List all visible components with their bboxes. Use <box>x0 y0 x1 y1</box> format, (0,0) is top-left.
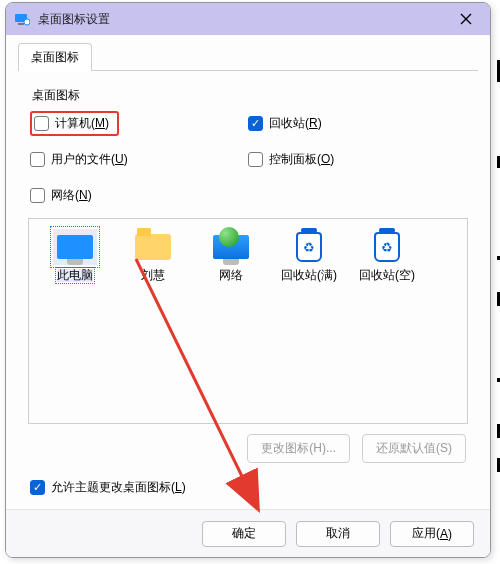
tabstrip: 桌面图标 <box>6 35 490 71</box>
cancel-button[interactable]: 取消 <box>296 521 380 547</box>
preview-item-recycle-empty[interactable]: ♻ 回收站(空) <box>349 227 425 282</box>
icon-button-row: 更改图标(H)... 还原默认值(S) <box>28 424 468 463</box>
checkbox-user-files-label: 用户的文件(U) <box>51 151 128 168</box>
client-area: 桌面图标 桌面图标 计算机(M) 回收站(R) <box>6 35 490 557</box>
checkbox-network-label: 网络(N) <box>51 187 92 204</box>
monitor-icon <box>53 229 97 265</box>
titlebar: 桌面图标设置 <box>6 3 490 35</box>
preview-caption: 刘慧 <box>141 269 165 282</box>
restore-default-button[interactable]: 还原默认值(S) <box>362 434 466 463</box>
svg-point-2 <box>24 19 30 25</box>
preview-caption: 回收站(满) <box>281 269 337 282</box>
recycle-empty-icon: ♻ <box>365 229 409 265</box>
icon-preview-pane[interactable]: 此电脑 刘慧 网络 ♻ 回收站(满) ♻ 回收站(空) <box>28 218 468 424</box>
change-icon-button[interactable]: 更改图标(H)... <box>247 434 350 463</box>
allow-theme-row: 允许主题更改桌面图标(L) <box>28 463 468 496</box>
checkbox-allow-theme[interactable] <box>30 480 45 495</box>
preview-caption: 回收站(空) <box>359 269 415 282</box>
close-button[interactable] <box>446 5 486 33</box>
apply-button[interactable]: 应用(A) <box>390 521 474 547</box>
checkbox-user-files[interactable] <box>30 152 45 167</box>
panel: 桌面图标 计算机(M) 回收站(R) <box>6 71 490 496</box>
folder-icon <box>131 229 175 265</box>
preview-item-user-folder[interactable]: 刘慧 <box>115 227 191 282</box>
checkbox-group: 计算机(M) 回收站(R) 用户的文件(U) <box>28 112 468 212</box>
network-icon <box>209 229 253 265</box>
tab-desktop-icons[interactable]: 桌面图标 <box>18 43 92 71</box>
preview-caption: 此电脑 <box>57 269 93 282</box>
crop-edge-artifacts <box>496 0 500 564</box>
preview-item-network[interactable]: 网络 <box>193 227 269 282</box>
checkbox-computer[interactable] <box>34 116 49 131</box>
preview-item-recycle-full[interactable]: ♻ 回收站(满) <box>271 227 347 282</box>
ok-button[interactable]: 确定 <box>202 521 286 547</box>
dialog-footer: 确定 取消 应用(A) <box>6 509 490 557</box>
preview-item-this-pc[interactable]: 此电脑 <box>37 227 113 282</box>
app-icon <box>14 11 30 27</box>
checkbox-recycle-bin[interactable] <box>248 116 263 131</box>
recycle-full-icon: ♻ <box>287 229 331 265</box>
checkbox-control-panel[interactable] <box>248 152 263 167</box>
checkbox-recycle-bin-label: 回收站(R) <box>269 115 322 132</box>
checkbox-control-panel-label: 控制面板(O) <box>269 151 334 168</box>
checkbox-computer-label: 计算机(M) <box>55 115 109 132</box>
window-title: 桌面图标设置 <box>38 11 446 28</box>
dialog-window: 桌面图标设置 桌面图标 桌面图标 计算机(M) <box>5 2 491 558</box>
highlight-computer: 计算机(M) <box>30 111 119 136</box>
group-label: 桌面图标 <box>32 87 468 104</box>
checkbox-network[interactable] <box>30 188 45 203</box>
svg-rect-1 <box>18 23 24 25</box>
preview-caption: 网络 <box>219 269 243 282</box>
checkbox-allow-theme-label: 允许主题更改桌面图标(L) <box>51 479 186 496</box>
